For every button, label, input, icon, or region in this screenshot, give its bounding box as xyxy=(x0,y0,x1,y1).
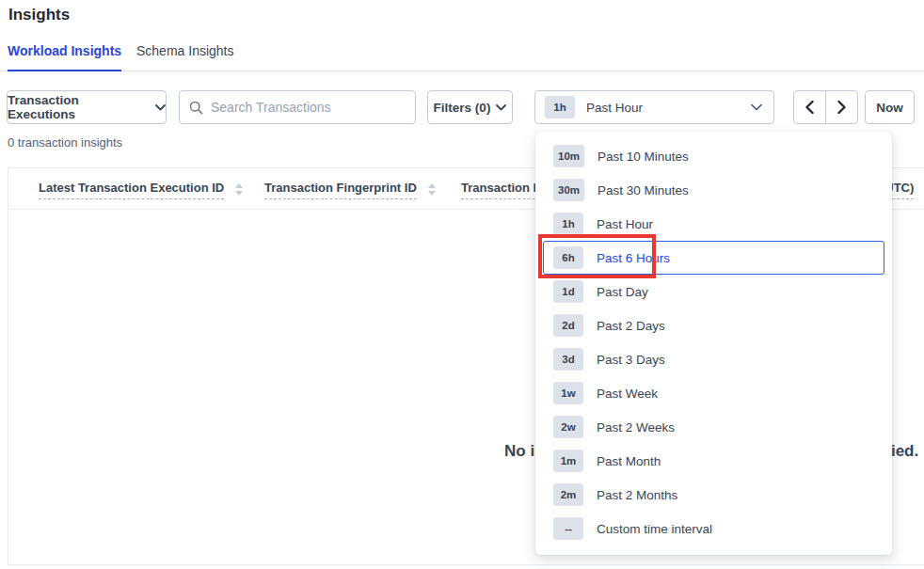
tab-bar: Workload Insights Schema Insights xyxy=(0,43,924,71)
filters-button[interactable]: Filters (0) xyxy=(427,90,513,124)
column-header-transaction-fingerprint-id[interactable]: Transaction Fingerprint ID xyxy=(264,181,436,199)
option-badge: 1h xyxy=(553,213,583,235)
option-badge: 3d xyxy=(553,348,583,371)
option-label: Past 10 Minutes xyxy=(597,150,689,164)
option-label: Past 2 Days xyxy=(597,319,665,333)
option-badge: 30m xyxy=(553,179,584,201)
time-interval-select[interactable]: 1h Past Hour xyxy=(534,90,774,124)
option-label: Past 2 Weeks xyxy=(597,420,675,435)
option-label: Past Month xyxy=(597,454,661,468)
option-past-2-months[interactable]: 2m Past 2 Months xyxy=(543,478,884,512)
chevron-left-icon xyxy=(805,101,814,114)
chevron-right-icon xyxy=(837,101,846,114)
time-pager xyxy=(793,90,858,124)
time-interval-dropdown: 10m Past 10 Minutes 30m Past 30 Minutes … xyxy=(535,132,892,555)
option-past-3-days[interactable]: 3d Past 3 Days xyxy=(543,342,884,376)
option-label: Past 2 Months xyxy=(597,488,677,502)
option-custom-time-interval[interactable]: -- Custom time interval xyxy=(543,512,884,545)
filters-label: Filters (0) xyxy=(434,101,491,115)
column-header-latest-transaction-execution-id[interactable]: Latest Transaction Execution ID xyxy=(39,181,243,199)
option-badge: -- xyxy=(553,517,583,540)
sort-icon[interactable] xyxy=(235,183,243,196)
option-past-month[interactable]: 1m Past Month xyxy=(543,444,884,478)
tab-schema-insights[interactable]: Schema Insights xyxy=(136,43,234,71)
search-box xyxy=(179,90,416,124)
option-past-week[interactable]: 1w Past Week xyxy=(543,376,884,410)
option-badge: 2m xyxy=(553,483,583,506)
option-past-10-minutes[interactable]: 10m Past 10 Minutes xyxy=(543,139,884,173)
tab-workload-insights[interactable]: Workload Insights xyxy=(8,43,121,71)
chevron-down-icon xyxy=(496,104,506,111)
option-past-2-weeks[interactable]: 2w Past 2 Weeks xyxy=(543,410,884,444)
next-interval-button[interactable] xyxy=(826,91,858,123)
time-interval-label: Past Hour xyxy=(586,101,643,115)
option-label: Past Hour xyxy=(597,217,653,231)
search-icon xyxy=(189,101,203,115)
option-past-day[interactable]: 1d Past Day xyxy=(543,275,884,308)
insights-count: 0 transaction insights xyxy=(8,135,122,150)
option-label: Past Day xyxy=(597,285,648,299)
annotation-highlight-box xyxy=(538,234,656,278)
option-badge: 1w xyxy=(553,382,583,404)
chevron-down-icon xyxy=(155,104,166,111)
time-interval-badge: 1h xyxy=(545,96,575,119)
option-past-30-minutes[interactable]: 30m Past 30 Minutes xyxy=(543,173,884,207)
option-label: Past 3 Days xyxy=(597,353,665,367)
option-past-2-days[interactable]: 2d Past 2 Days xyxy=(543,308,884,342)
sort-icon[interactable] xyxy=(428,183,436,196)
execution-type-select[interactable]: Transaction Executions xyxy=(7,90,167,124)
option-badge: 1m xyxy=(553,450,583,472)
option-badge: 10m xyxy=(553,145,584,167)
option-badge: 2w xyxy=(553,416,583,438)
option-label: Custom time interval xyxy=(597,522,712,536)
search-input[interactable] xyxy=(211,100,406,115)
prev-interval-button[interactable] xyxy=(794,91,826,123)
option-badge: 1d xyxy=(553,280,583,303)
option-label: Past 30 Minutes xyxy=(597,183,689,198)
option-label: Past Week xyxy=(597,387,658,401)
now-button[interactable]: Now xyxy=(865,90,915,124)
chevron-down-icon xyxy=(751,103,762,111)
page-title: Insights xyxy=(8,6,70,24)
execution-type-label: Transaction Executions xyxy=(8,93,148,121)
option-badge: 2d xyxy=(553,314,583,337)
